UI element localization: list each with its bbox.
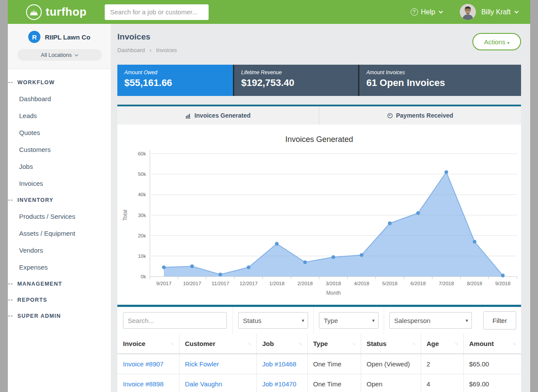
help-menu[interactable]: ? Help <box>411 8 443 16</box>
actions-button[interactable]: Actions ▾ <box>472 33 521 50</box>
dashes-icon <box>8 316 14 316</box>
cell-customer: Dale Vaughn <box>179 374 256 392</box>
user-name: Billy Kraft <box>481 8 511 16</box>
sidebar-item-vendors[interactable]: Vendors <box>8 242 111 259</box>
sidebar-item-quotes[interactable]: Quotes <box>8 124 111 141</box>
tab-invoices-generated[interactable]: Invoices Generated <box>117 106 319 125</box>
svg-text:40k: 40k <box>138 192 146 197</box>
cell-age: 2 <box>421 354 463 374</box>
svg-text:1/2018: 1/2018 <box>269 281 284 286</box>
status-select-wrap: Status <box>238 312 308 329</box>
sidebar-section-management[interactable]: MANAGEMENT <box>8 276 111 292</box>
company-name: RIIPL Lawn Co <box>45 33 90 41</box>
sort-icon[interactable]: ↑↓ <box>352 341 355 346</box>
column-header-amount[interactable]: Amount↑↓ <box>463 334 521 354</box>
sort-icon[interactable]: ↑↓ <box>171 341 173 346</box>
status-select[interactable]: Status <box>238 312 308 329</box>
main-content: Invoices Dashboard › Invoices Actions ▾ … <box>111 24 530 392</box>
bar-chart-icon <box>186 113 191 119</box>
cell-job: Job #10468 <box>256 354 307 374</box>
screen: turfhop ? Help <box>0 0 538 392</box>
customer-link[interactable]: Rick Fowler <box>185 360 219 368</box>
help-label: Help <box>421 8 435 16</box>
column-header-type[interactable]: Type↑↓ <box>307 334 361 354</box>
tab-payments-received[interactable]: Payments Received <box>319 106 521 125</box>
svg-text:7/2018: 7/2018 <box>438 281 454 286</box>
invoices-table: Invoice↑↓Customer↑↓Job↑↓Type↑↓Status↑↓Ag… <box>117 334 521 392</box>
sidebar-item-leads[interactable]: Leads <box>8 107 111 124</box>
svg-text:20k: 20k <box>138 233 146 238</box>
column-header-customer[interactable]: Customer↑↓ <box>179 334 256 354</box>
cell-customer: Rick Fowler <box>179 354 256 374</box>
sidebar-nav: WORKFLOWDashboardLeadsQuotesCustomersJob… <box>8 69 111 324</box>
salesperson-select-wrap: Salesperson <box>389 312 472 329</box>
sidebar-section-workflow[interactable]: WORKFLOW <box>8 74 111 90</box>
sort-icon[interactable]: ↑↓ <box>412 341 415 346</box>
sidebar-section-super-admin[interactable]: SUPER ADMIN <box>8 308 111 324</box>
table-row: Invoice #8907Rick FowlerJob #10468One Ti… <box>117 354 521 374</box>
cell-type: One Time <box>307 354 361 374</box>
job-link[interactable]: Job #10468 <box>262 360 296 368</box>
sidebar-section-inventory[interactable]: INVENTORY <box>8 192 111 208</box>
svg-text:10k: 10k <box>138 254 146 259</box>
sort-icon[interactable]: ↑↓ <box>248 341 251 346</box>
user-menu[interactable]: Billy Kraft <box>460 4 518 20</box>
sort-icon[interactable]: ↑↓ <box>299 341 302 346</box>
dashes-icon <box>8 283 14 284</box>
stat-cards: Amount Owed$55,161.66Lifetime Revenue$19… <box>117 65 521 96</box>
dashes-icon <box>8 300 14 300</box>
cell-amount: $65.00 <box>463 354 521 374</box>
svg-text:11/2017: 11/2017 <box>212 281 229 286</box>
location-selector[interactable]: All Locations <box>17 49 102 61</box>
brand-logo[interactable]: turfhop <box>26 4 86 20</box>
help-icon: ? <box>411 8 418 16</box>
stat-card-amount-owed: Amount Owed$55,161.66 <box>117 65 233 96</box>
dashes-icon <box>8 200 14 201</box>
column-header-invoice[interactable]: Invoice↑↓ <box>117 334 179 354</box>
window-edge-right <box>530 0 538 392</box>
invoice-link[interactable]: Invoice #8907 <box>123 360 163 368</box>
customer-link[interactable]: Dale Vaughn <box>185 380 223 388</box>
global-search-input[interactable] <box>105 4 209 20</box>
svg-text:2/2018: 2/2018 <box>297 281 312 286</box>
stat-card-lifetime-revenue: Lifetime Revenue$192,753.40 <box>234 65 358 96</box>
sidebar-item-dashboard[interactable]: Dashboard <box>8 90 111 107</box>
cell-type: One Time <box>307 374 361 392</box>
sort-icon[interactable]: ↑↓ <box>455 341 458 346</box>
job-link[interactable]: Job #10470 <box>262 380 296 388</box>
salesperson-select[interactable]: Salesperson <box>389 312 472 329</box>
sidebar-item-jobs[interactable]: Jobs <box>8 158 111 175</box>
type-select-wrap: Type <box>319 312 379 329</box>
invoice-link[interactable]: Invoice #8898 <box>123 380 163 388</box>
clock-icon <box>387 113 393 119</box>
table-row: Invoice #8898Dale VaughnJob #10470One Ti… <box>117 374 521 392</box>
svg-text:60k: 60k <box>138 151 146 156</box>
svg-text:0k: 0k <box>141 274 146 279</box>
sidebar-item-customers[interactable]: Customers <box>8 141 111 158</box>
svg-text:5/2018: 5/2018 <box>382 281 397 286</box>
breadcrumb-dashboard[interactable]: Dashboard <box>117 47 145 53</box>
column-header-job[interactable]: Job↑↓ <box>256 334 307 354</box>
column-header-status[interactable]: Status↑↓ <box>361 334 421 354</box>
filter-bar: StatusTypeSalesperson Filter <box>117 305 521 334</box>
caret-down-icon: ▾ <box>507 40 509 45</box>
stat-label: Amount Owed <box>124 69 226 76</box>
svg-text:50k: 50k <box>138 171 146 177</box>
sidebar-item-assets-equipment[interactable]: Assets / Equipment <box>8 225 111 242</box>
type-select[interactable]: Type <box>319 312 379 329</box>
column-header-age[interactable]: Age↑↓ <box>421 334 463 354</box>
sidebar-section-reports[interactable]: REPORTS <box>8 292 111 308</box>
svg-text:6/2018: 6/2018 <box>410 281 425 286</box>
cell-status: Open (Viewed) <box>361 354 421 374</box>
sidebar-item-expenses[interactable]: Expenses <box>8 259 111 276</box>
svg-text:3/2018: 3/2018 <box>325 281 341 286</box>
svg-text:9/2017: 9/2017 <box>156 281 171 286</box>
table-search-input[interactable] <box>123 312 227 329</box>
location-selector-label: All Locations <box>41 52 72 58</box>
sidebar-item-products-services[interactable]: Products / Services <box>8 208 111 225</box>
sidebar-item-invoices[interactable]: Invoices <box>8 175 111 192</box>
chart-title: Invoices Generated <box>117 125 521 144</box>
filter-button[interactable]: Filter <box>483 311 516 329</box>
app-window: turfhop ? Help <box>8 0 530 392</box>
sort-icon[interactable]: ↑↓ <box>513 341 515 346</box>
